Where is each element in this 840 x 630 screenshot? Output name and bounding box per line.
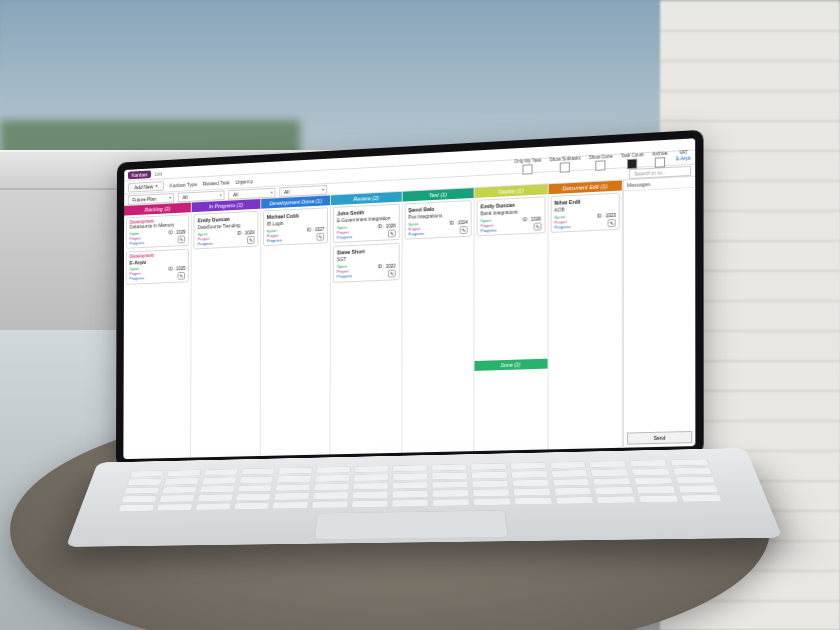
kanban-column: Deploy (1)Emily DuncanBank IntegrationsS… <box>474 184 548 451</box>
card-title: E-Government Integration <box>337 216 396 224</box>
show-done-toggle[interactable]: Show Done <box>589 153 613 170</box>
column-body: Şenol BaloPos IntegrationsSprintProjectP… <box>402 198 474 453</box>
kanban-card[interactable]: Nihat ErdilAOBSprintProjectProgressID : … <box>550 193 620 234</box>
add-new-button[interactable]: Add New▾ <box>128 181 164 192</box>
card-id: ID : 1029 <box>237 231 254 237</box>
kanban-card[interactable]: DevelopmentDatasource In MemorySprintPro… <box>126 214 189 249</box>
card-id: ID : 1029 <box>169 230 186 236</box>
card-fields: SprintProjectProgress <box>198 232 213 247</box>
archive-toggle[interactable]: Archive <box>652 150 668 167</box>
card-id: ID : 1022 <box>378 263 396 269</box>
filter-plan-select[interactable]: Future Plan <box>128 193 174 205</box>
messages-panel: Messages Send <box>623 177 695 448</box>
card-title: IB Login <box>267 219 325 227</box>
card-fields: SprintProjectProgress <box>481 219 497 234</box>
card-title: SGT <box>337 255 396 262</box>
column-body: DevelopmentDatasource In MemorySprintPro… <box>123 212 191 459</box>
send-button[interactable]: Send <box>627 431 692 445</box>
app-brand: Kanban <box>128 170 151 179</box>
kanban-column: Test (1)Şenol BaloPos IntegrationsSprint… <box>402 188 475 453</box>
card-title: Bank Integrations <box>481 209 541 217</box>
label-kanban-type: Kanban Type <box>170 181 197 188</box>
edit-icon[interactable]: ✎ <box>460 226 468 234</box>
card-fields: SprintProjectProgress <box>337 226 352 241</box>
vat-indicator: VATE-Arşiv <box>676 149 691 161</box>
list-icon <box>627 158 637 169</box>
kanban-card[interactable]: Şenol BaloPos IntegrationsSprintProjectP… <box>404 200 471 240</box>
card-fields: SprintProjectProgress <box>554 215 570 230</box>
checkbox-icon <box>655 157 665 168</box>
column-body: Nihat ErdilAOBSprintProjectProgressID : … <box>548 191 622 450</box>
edit-icon[interactable]: ✎ <box>317 233 325 241</box>
kanban-column: Backlog (2)DevelopmentDatasource In Memo… <box>123 203 192 460</box>
filter-select-3[interactable]: All <box>279 184 327 196</box>
checkbox-icon <box>560 162 570 173</box>
edit-icon[interactable]: ✎ <box>533 223 541 231</box>
edit-icon[interactable]: ✎ <box>247 236 255 244</box>
card-fields: SprintProjectProgress <box>337 265 352 280</box>
card-title: AOB <box>554 205 615 213</box>
edit-icon[interactable]: ✎ <box>388 230 396 238</box>
edit-icon[interactable]: ✎ <box>607 219 615 227</box>
checkbox-icon <box>523 164 533 174</box>
kanban-card[interactable]: Steve ShortSGTSprintProjectProgressID : … <box>333 243 399 282</box>
edit-icon[interactable]: ✎ <box>178 272 185 280</box>
label-related-task: Related Task <box>203 179 230 186</box>
kanban-card[interactable]: Emily DuncanBank IntegrationsSprintProje… <box>477 196 545 236</box>
filter-select-2[interactable]: All <box>228 187 275 199</box>
edit-icon[interactable]: ✎ <box>388 269 396 277</box>
card-fields: SprintProjectProgress <box>267 229 282 244</box>
caret-down-icon: ▾ <box>156 183 158 188</box>
kanban-card[interactable]: Michael CobbIB LoginSprintProjectProgres… <box>263 207 328 246</box>
titlebar-tab-list[interactable]: List <box>155 170 162 176</box>
kanban-card[interactable]: Emily DuncanDataSource TrendingSprintPro… <box>194 211 258 250</box>
kanban-column: Review (2)John SmithE-Government Integra… <box>331 192 403 455</box>
card-fields: SprintProjectProgress <box>129 267 144 281</box>
column-body: Michael CobbIB LoginSprintProjectProgres… <box>261 205 331 456</box>
laptop-keyboard-base <box>66 448 783 547</box>
kanban-card[interactable]: John SmithE-Government IntegrationSprint… <box>333 204 399 244</box>
card-id: ID : 1023 <box>597 213 616 219</box>
show-subtasks-toggle[interactable]: Show Subtasks <box>549 155 580 173</box>
laptop-mockup: Kanban List Add New▾ Kanban Type Related… <box>114 132 749 583</box>
column-body: John SmithE-Government IntegrationSprint… <box>331 202 402 455</box>
laptop-trackpad <box>314 510 508 540</box>
kanban-board: Backlog (2)DevelopmentDatasource In Memo… <box>123 180 623 459</box>
card-fields: SprintProjectProgress <box>408 222 424 237</box>
column-body: Emily DuncanDataSource TrendingSprintPro… <box>191 209 260 458</box>
laptop-screen-bezel: Kanban List Add New▾ Kanban Type Related… <box>116 130 704 467</box>
only-my-task-toggle[interactable]: Only My Task <box>514 157 541 174</box>
card-id: ID : 1026 <box>523 217 541 223</box>
card-title: DataSource Trending <box>198 223 255 231</box>
kanban-column: Development Done (1)Michael CobbIB Login… <box>261 195 332 456</box>
card-id: ID : 1025 <box>168 266 185 272</box>
kanban-column: In Progress (1)Emily DuncanDataSource Tr… <box>191 199 261 458</box>
label-urgency: Urgency <box>235 178 253 185</box>
app-window: Kanban List Add New▾ Kanban Type Related… <box>123 138 695 459</box>
column-body: Emily DuncanBank IntegrationsSprintProje… <box>475 194 548 361</box>
card-title: Pos Integrations <box>408 212 468 220</box>
edit-icon[interactable]: ✎ <box>178 236 185 244</box>
card-id: ID : 1024 <box>450 220 468 226</box>
checkbox-icon <box>596 160 606 171</box>
task-count-toggle[interactable]: Task Count <box>621 152 644 169</box>
card-id: ID : 1027 <box>307 227 325 233</box>
card-id: ID : 1028 <box>378 224 396 230</box>
kanban-column: Document Edit (1)Nihat ErdilAOBSprintPro… <box>548 180 623 449</box>
card-fields: SprintProjectProgress <box>130 232 145 246</box>
filter-select-1[interactable]: All <box>178 190 225 202</box>
kanban-card[interactable]: DevelopmentE-ArşivSprintProjectProgressI… <box>126 249 189 285</box>
